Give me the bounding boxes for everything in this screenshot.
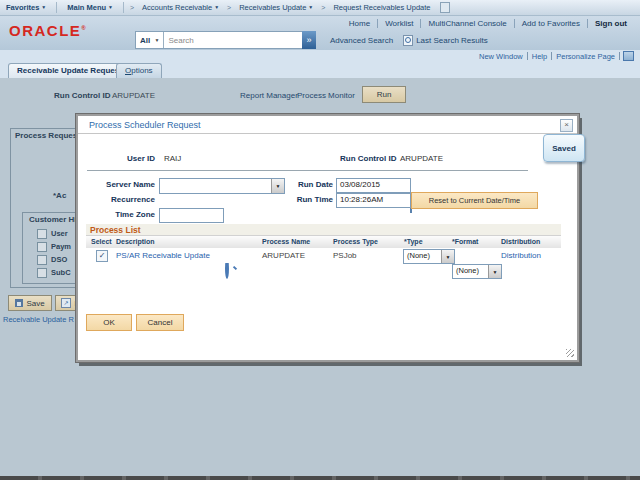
bottom-bar bbox=[0, 476, 640, 480]
cancel-button[interactable]: Cancel bbox=[136, 314, 184, 331]
dso-checkbox-label: DSO bbox=[51, 255, 67, 264]
modal-title-bar: Process Scheduler Request × bbox=[78, 116, 577, 134]
tab-options[interactable]: Options bbox=[116, 63, 162, 78]
modal-run-control-id-label: Run Control ID bbox=[340, 154, 396, 163]
new-window-link[interactable]: New Window bbox=[475, 52, 527, 61]
search-scope-dropdown[interactable]: All ▼ bbox=[136, 36, 163, 45]
breadcrumb: Favorites▼ Main Menu▼ > Accounts Receiva… bbox=[0, 0, 640, 16]
last-search-results-link[interactable]: Last Search Results bbox=[416, 36, 488, 45]
payment-checkbox-label: Paym bbox=[51, 242, 71, 251]
user-id-value: RAIJ bbox=[164, 154, 181, 163]
breadcrumb-item-label: Receivables Update bbox=[239, 3, 306, 12]
breadcrumb-item-label: Accounts Receivable bbox=[142, 3, 212, 12]
process-monitor-link[interactable]: Process Monitor bbox=[297, 91, 355, 100]
favorites-menu[interactable]: Favorites▼ bbox=[0, 3, 52, 12]
return-to-search-icon: ↗ bbox=[61, 298, 71, 308]
worklist-link[interactable]: Worklist bbox=[378, 19, 420, 28]
run-button[interactable]: Run bbox=[362, 86, 406, 103]
resize-grip[interactable] bbox=[566, 349, 574, 357]
process-description-link[interactable]: PS/AR Receivable Update bbox=[116, 251, 210, 260]
subcustomer-checkbox[interactable] bbox=[37, 268, 47, 278]
col-distribution: Distribution bbox=[501, 238, 540, 245]
tab-receivable-update-request[interactable]: Receivable Update Request bbox=[8, 63, 131, 79]
col-description: Description bbox=[116, 238, 155, 245]
run-date-input[interactable]: 03/08/2015 bbox=[336, 178, 411, 193]
type-select-value: (None) bbox=[407, 251, 430, 260]
close-icon[interactable]: × bbox=[560, 119, 573, 132]
breadcrumb-page-icon[interactable] bbox=[440, 2, 450, 13]
recurrence-label: Recurrence bbox=[87, 195, 155, 204]
main-menu-label: Main Menu bbox=[67, 3, 106, 12]
receivable-update-request-link[interactable]: Receivable Update R bbox=[3, 315, 74, 324]
col-process-name: Process Name bbox=[262, 238, 310, 245]
breadcrumb-separator-icon: > bbox=[128, 4, 136, 11]
screen: Favorites▼ Main Menu▼ > Accounts Receiva… bbox=[0, 0, 640, 480]
dso-checkbox[interactable] bbox=[37, 255, 47, 265]
chevron-down-icon: ▼ bbox=[488, 265, 501, 278]
time-zone-label: Time Zone bbox=[87, 210, 155, 219]
breadcrumb-item-receivables-update[interactable]: Receivables Update▼ bbox=[233, 3, 319, 12]
chevron-down-icon: ▼ bbox=[108, 4, 113, 10]
breadcrumb-item-accounts-receivable[interactable]: Accounts Receivable▼ bbox=[136, 3, 225, 12]
process-scheduler-request-modal: Process Scheduler Request × Saved User I… bbox=[76, 114, 579, 362]
process-type-value: PSJob bbox=[333, 251, 357, 260]
server-name-select[interactable]: ▼ bbox=[159, 178, 285, 194]
format-select[interactable]: (None)▼ bbox=[452, 264, 502, 279]
breadcrumb-item-request-receivables-update[interactable]: Request Receivables Update bbox=[327, 3, 436, 12]
report-manager-link[interactable]: Report Manager bbox=[240, 91, 298, 100]
accounting-date-label: *Ac bbox=[53, 191, 66, 200]
divider bbox=[619, 52, 620, 60]
save-icon bbox=[15, 299, 23, 307]
process-request-title: Process Request bbox=[15, 131, 80, 140]
col-format: *Format bbox=[452, 238, 478, 245]
save-button[interactable]: Save bbox=[8, 295, 52, 311]
distribution-link[interactable]: Distribution bbox=[501, 251, 541, 260]
help-link[interactable]: Help bbox=[528, 52, 551, 61]
page-utility-bar: New Window Help Personalize Page bbox=[0, 50, 640, 62]
subcustomer-checkbox-label: SubC bbox=[51, 268, 71, 277]
home-link[interactable]: Home bbox=[342, 19, 377, 28]
user-checkbox[interactable] bbox=[37, 229, 47, 239]
tab-bar: Receivable Update Request Options bbox=[0, 62, 640, 79]
chevron-down-icon: ▼ bbox=[214, 4, 219, 10]
chevron-down-icon: ▼ bbox=[308, 4, 313, 10]
run-control-id-value: ARUPDATE bbox=[112, 91, 155, 100]
search-links: Advanced Search Last Search Results bbox=[330, 35, 488, 46]
personalize-layout-icon[interactable] bbox=[623, 51, 634, 61]
sign-out-link[interactable]: Sign out bbox=[588, 19, 634, 28]
run-control-id-label: Run Control ID bbox=[54, 91, 110, 100]
payment-checkbox[interactable] bbox=[37, 242, 47, 252]
run-time-label: Run Time bbox=[273, 195, 333, 204]
process-name-value: ARUPDATE bbox=[262, 251, 305, 260]
reset-date-time-button[interactable]: Reset to Current Date/Time bbox=[411, 192, 538, 209]
time-zone-input[interactable] bbox=[159, 208, 224, 223]
modal-run-control-id-value: ARUPDATE bbox=[400, 154, 443, 163]
table-row: ✓ PS/AR Receivable Update ARUPDATE PSJob… bbox=[86, 248, 561, 263]
search-go-button[interactable]: » bbox=[302, 31, 316, 49]
run-time-input[interactable]: 10:28:26AM bbox=[336, 193, 411, 208]
select-checkbox[interactable]: ✓ bbox=[96, 250, 108, 262]
last-search-results-icon bbox=[403, 35, 413, 46]
multichannel-console-link[interactable]: MultiChannel Console bbox=[421, 19, 513, 28]
user-id-label: User ID bbox=[127, 154, 155, 163]
chevron-down-icon: ▼ bbox=[154, 37, 159, 43]
divider bbox=[56, 2, 57, 13]
main-menu[interactable]: Main Menu▼ bbox=[61, 3, 119, 12]
header-nav: Home Worklist MultiChannel Console Add t… bbox=[342, 19, 634, 28]
chevron-down-icon: ▼ bbox=[41, 4, 46, 10]
user-checkbox-label: User bbox=[51, 229, 68, 238]
saved-button[interactable]: Saved bbox=[543, 134, 585, 162]
personalize-page-link[interactable]: Personalize Page bbox=[552, 52, 619, 61]
type-select[interactable]: (None)▼ bbox=[403, 249, 455, 264]
oracle-logo: ORACLE® bbox=[9, 22, 87, 39]
col-select: Select bbox=[91, 238, 112, 245]
col-process-type: Process Type bbox=[333, 238, 378, 245]
breadcrumb-separator-icon: > bbox=[225, 4, 233, 11]
customer-history-title: Customer His bbox=[29, 215, 81, 224]
advanced-search-link[interactable]: Advanced Search bbox=[330, 36, 393, 45]
add-to-favorites-link[interactable]: Add to Favorites bbox=[515, 19, 587, 28]
search-input[interactable]: Search bbox=[164, 36, 302, 45]
ok-button[interactable]: OK bbox=[86, 314, 132, 331]
process-list-title: Process List bbox=[86, 225, 141, 235]
search-scope-label: All bbox=[140, 36, 150, 45]
